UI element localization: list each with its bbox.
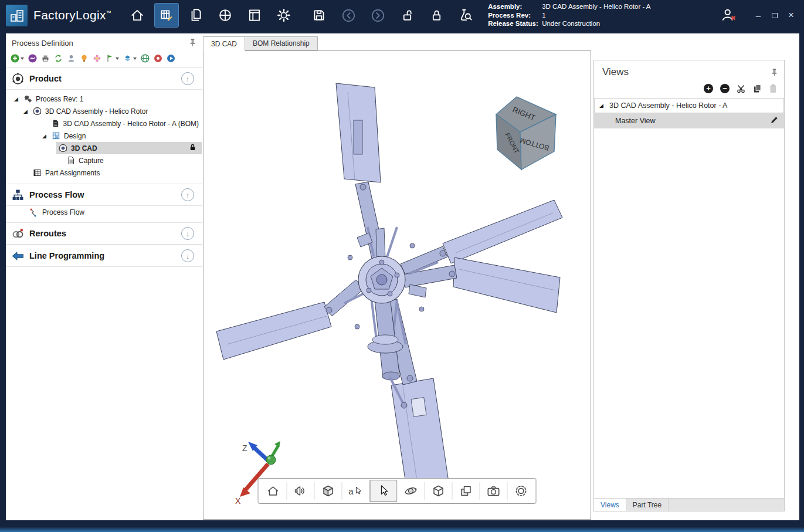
viewport-settings-button[interactable] [508, 480, 535, 502]
tab-views[interactable]: Views [594, 499, 626, 511]
product-icon [12, 73, 24, 85]
3d-viewport[interactable]: RIGHT FRONT BOTTOM Z X [203, 50, 591, 520]
process-definition-panel: Process Definition [6, 33, 202, 520]
user-logout-button[interactable] [716, 4, 742, 27]
section-product[interactable]: Product ↑ [6, 67, 202, 90]
unlock-button[interactable] [395, 4, 419, 27]
pin-icon[interactable] [771, 67, 778, 79]
design-icon [52, 131, 60, 140]
maximize-button[interactable] [766, 8, 783, 23]
home-button[interactable] [125, 4, 149, 27]
collapse-product-button[interactable]: ↑ [181, 72, 194, 85]
reports-button[interactable] [243, 4, 266, 27]
gears-icon [23, 94, 32, 103]
documents-icon [188, 8, 203, 23]
section-process-flow-label: Process Flow [29, 190, 84, 199]
shaded-view-button[interactable] [315, 480, 342, 502]
sync-button[interactable] [54, 54, 63, 63]
vortex-button[interactable] [28, 54, 37, 63]
play-button[interactable] [167, 54, 175, 63]
select-tool-button[interactable] [370, 480, 397, 502]
record-button[interactable] [154, 54, 162, 63]
expander-icon[interactable]: ◢ [23, 109, 29, 114]
forward-button[interactable] [366, 4, 389, 27]
release-status-label: Release Status: [488, 19, 542, 28]
user-button[interactable] [67, 54, 76, 63]
orbit-tool-button[interactable] [398, 480, 425, 502]
reroutes-icon [12, 228, 24, 240]
snapshot-button[interactable] [480, 480, 507, 502]
application-window: FactoryLogix™ [0, 0, 804, 532]
expander-icon[interactable]: ◢ [14, 96, 20, 102]
cut-view-button[interactable] [737, 84, 746, 93]
annotate-button[interactable]: a [342, 480, 369, 502]
process-rev-value: 1 [542, 12, 545, 19]
rotor-model[interactable]: RIGHT FRONT BOTTOM Z X [203, 51, 591, 520]
process-edit-icon [159, 8, 174, 23]
edit-pencil-icon[interactable] [770, 116, 779, 126]
isolate-button[interactable] [425, 480, 452, 502]
expand-line-programming-button[interactable]: ↓ [181, 249, 194, 262]
expand-reroutes-button[interactable]: ↓ [181, 227, 194, 240]
copy-view-button[interactable] [753, 84, 762, 93]
views-tree-master-view[interactable]: Master View [594, 113, 784, 128]
line-programming-icon [12, 250, 24, 262]
print-button[interactable] [41, 54, 50, 63]
inspection-button[interactable] [454, 4, 477, 27]
process-flow-item[interactable]: Process Flow [6, 206, 202, 219]
process-definition-button[interactable] [155, 4, 178, 27]
minimize-button[interactable]: – [750, 8, 766, 23]
view-direction-button[interactable] [287, 480, 314, 502]
tree-item-design[interactable]: ◢ Design [6, 130, 202, 142]
back-button[interactable] [337, 4, 360, 27]
add-button[interactable] [11, 54, 24, 63]
tab-part-tree[interactable]: Part Tree [626, 499, 669, 511]
gear-icon [514, 483, 529, 499]
tree-item-part-assignments[interactable]: Part Assignments [6, 167, 202, 179]
section-product-label: Product [29, 74, 62, 83]
pin-icon[interactable] [189, 38, 196, 48]
globe-button[interactable] [141, 54, 150, 63]
flag-button[interactable] [106, 54, 119, 63]
paste-view-button[interactable] [769, 84, 777, 93]
orbit-icon [404, 484, 418, 498]
orientation-cube[interactable]: RIGHT FRONT BOTTOM [496, 97, 556, 170]
home-icon [130, 8, 145, 23]
section-reroutes[interactable]: Reroutes ↓ [6, 222, 202, 245]
settings-button[interactable] [272, 4, 296, 27]
camera-icon [486, 483, 501, 499]
section-reroutes-label: Reroutes [29, 229, 66, 238]
layers-button[interactable] [123, 54, 137, 63]
lock-button[interactable] [425, 4, 448, 27]
bulb-button[interactable] [80, 54, 89, 63]
section-process-flow[interactable]: Process Flow ↑ [6, 184, 202, 206]
section-view-button[interactable] [453, 480, 480, 502]
navigation-button[interactable] [213, 4, 237, 27]
forward-icon [370, 8, 386, 23]
tree-item-process-rev[interactable]: ◢ Process Rev: 1 [6, 93, 202, 105]
navigate-icon [218, 8, 233, 23]
expander-icon[interactable]: ◢ [599, 103, 605, 109]
maximize-icon [772, 13, 778, 18]
collapse-process-flow-button[interactable]: ↑ [181, 188, 194, 201]
flower-button[interactable] [93, 54, 101, 63]
layers-icon [459, 484, 473, 498]
expander-icon[interactable]: ◢ [42, 133, 48, 139]
tree-item-bom[interactable]: 3D CAD Assembly - Helico Rotor - A (BOM) [6, 117, 202, 130]
section-line-programming[interactable]: Line Programming ↓ [6, 245, 202, 267]
assembly-label: Assembly: [488, 2, 542, 11]
documents-button[interactable] [184, 4, 208, 27]
tree-item-3d-cad[interactable]: 3D CAD [56, 142, 202, 154]
view-home-button[interactable] [260, 480, 287, 502]
add-view-button[interactable]: + [704, 84, 713, 93]
main-area: 3D CAD BOM Relationship [202, 33, 799, 520]
close-button[interactable]: × [783, 8, 799, 23]
views-tree-root[interactable]: ◢ 3D CAD Assembly - Helico Rotor - A [594, 98, 784, 113]
tab-bom-relationship[interactable]: BOM Relationship [245, 36, 318, 50]
remove-view-button[interactable]: − [720, 84, 730, 93]
tree-item-assembly[interactable]: ◢ 3D CAD Assembly - Helico Rotor [6, 105, 202, 117]
tree-item-capture[interactable]: Capture [6, 154, 202, 167]
tab-3d-cad[interactable]: 3D CAD [203, 36, 245, 51]
views-title: Views [602, 66, 629, 78]
save-button[interactable] [307, 4, 331, 27]
